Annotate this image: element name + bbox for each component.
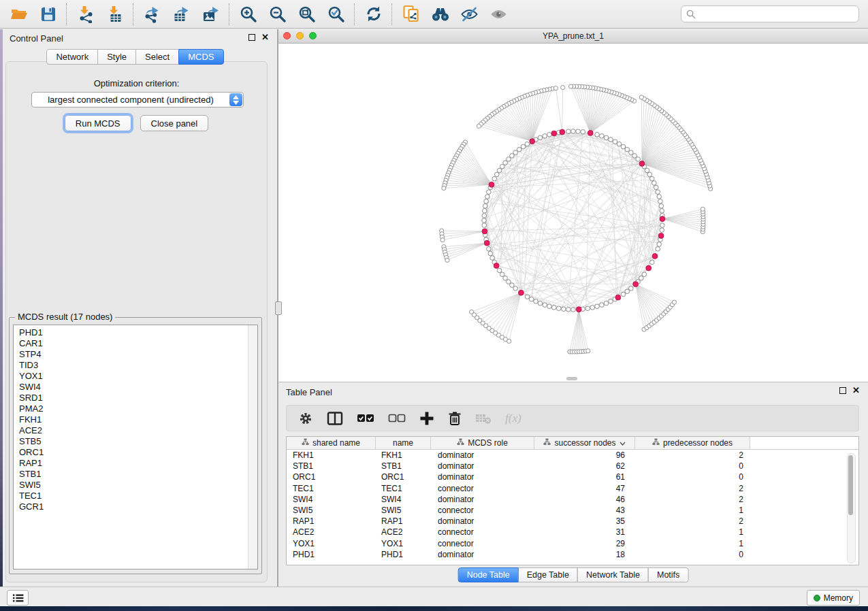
ring-node[interactable]	[482, 223, 487, 228]
tab-motifs[interactable]: Motifs	[648, 567, 688, 582]
close-panel-icon[interactable]: ✕	[261, 34, 269, 41]
ring-node[interactable]	[656, 247, 660, 252]
ring-node[interactable]	[639, 276, 644, 281]
ring-node[interactable]	[507, 157, 511, 162]
column-header-name[interactable]: name	[376, 437, 431, 449]
zoom-out-button[interactable]	[263, 2, 292, 27]
mcds-hub-node[interactable]	[646, 265, 652, 271]
ring-node[interactable]	[503, 161, 508, 165]
ring-node[interactable]	[547, 132, 552, 137]
ring-node[interactable]	[571, 129, 576, 134]
ring-node[interactable]	[613, 139, 617, 144]
mcds-result-list[interactable]: PHD1CAR1STP4TID3YOX1SWI4SRD1PMA2FKH1ACE2…	[13, 325, 258, 569]
ring-node[interactable]	[647, 172, 652, 177]
export-table-button[interactable]	[167, 2, 196, 27]
column-header-successor-nodes[interactable]: successor nodes	[534, 437, 635, 449]
ring-node[interactable]	[483, 204, 487, 209]
ring-node[interactable]	[566, 129, 571, 134]
mcds-result-item[interactable]: SRD1	[14, 393, 257, 403]
mcds-result-item[interactable]: ACE2	[14, 425, 257, 436]
mcds-hub-node[interactable]	[588, 131, 593, 136]
zoom-selected-button[interactable]	[321, 2, 351, 27]
ring-node[interactable]	[534, 299, 539, 304]
column-header-predecessor-nodes[interactable]: predecessor nodes	[635, 437, 750, 449]
ring-node[interactable]	[585, 306, 590, 311]
show-all-button[interactable]	[484, 2, 513, 27]
table-row[interactable]: ORC1ORC1dominator610	[287, 472, 858, 482]
memory-button[interactable]: Memory	[807, 590, 860, 606]
ring-node[interactable]	[525, 142, 530, 146]
ring-node[interactable]	[543, 134, 547, 139]
ring-node[interactable]	[609, 137, 613, 142]
mcds-hub-node[interactable]	[660, 216, 665, 222]
mcds-hub-node[interactable]	[652, 254, 658, 259]
ring-node[interactable]	[654, 185, 658, 190]
mcds-result-item[interactable]: FKH1	[14, 414, 257, 425]
delete-row-button[interactable]	[448, 411, 462, 426]
ring-node[interactable]	[604, 301, 609, 306]
mcds-result-item[interactable]: PMA2	[14, 403, 257, 414]
ring-node[interactable]	[625, 147, 630, 152]
float-panel-icon[interactable]	[248, 34, 255, 41]
ring-node[interactable]	[488, 251, 493, 256]
mcds-result-item[interactable]: ORC1	[14, 447, 257, 458]
mcds-hub-node[interactable]	[530, 139, 535, 144]
ring-node[interactable]	[552, 306, 557, 310]
ring-node[interactable]	[500, 272, 504, 277]
ring-node[interactable]	[562, 307, 566, 312]
leaf-node[interactable]	[586, 349, 590, 353]
column-header-MCDS-role[interactable]: MCDS role	[431, 437, 534, 449]
ring-node[interactable]	[658, 199, 663, 204]
leaf-node[interactable]	[445, 258, 449, 262]
mcds-result-item[interactable]: SWI4	[14, 382, 257, 393]
ring-node[interactable]	[621, 292, 626, 297]
table-row[interactable]: SWI5SWI5connector431	[287, 505, 858, 516]
ring-node[interactable]	[513, 150, 518, 155]
ring-node[interactable]	[657, 242, 662, 247]
table-settings-button[interactable]	[298, 411, 313, 426]
table-float-panel-icon[interactable]	[839, 387, 846, 394]
tab-select[interactable]: Select	[135, 49, 179, 65]
ring-node[interactable]	[617, 142, 622, 146]
ring-node[interactable]	[636, 157, 641, 162]
ring-node[interactable]	[497, 168, 502, 173]
hide-selected-button[interactable]	[455, 2, 484, 27]
table-row[interactable]: TEC1TEC1connector472	[287, 483, 858, 494]
mcds-result-item[interactable]: CAR1	[14, 338, 257, 349]
ring-node[interactable]	[600, 303, 605, 308]
mcds-result-item[interactable]: STB5	[14, 436, 257, 447]
network-hscroll-thumb[interactable]	[566, 377, 577, 380]
tab-mcds[interactable]: MCDS	[178, 49, 223, 65]
ring-node[interactable]	[503, 276, 508, 281]
mcds-result-item[interactable]: GCR1	[14, 501, 257, 512]
ring-node[interactable]	[649, 260, 654, 265]
ring-node[interactable]	[507, 280, 511, 284]
ring-node[interactable]	[571, 308, 576, 312]
mcds-hub-node[interactable]	[633, 282, 639, 287]
task-history-button[interactable]	[7, 590, 29, 606]
open-file-button[interactable]	[4, 2, 33, 27]
mcds-hub-node[interactable]	[482, 229, 487, 234]
tab-network[interactable]: Network	[46, 49, 98, 65]
ring-node[interactable]	[660, 209, 664, 214]
leaf-node[interactable]	[701, 207, 705, 211]
ring-node[interactable]	[652, 181, 657, 186]
ring-node[interactable]	[538, 135, 543, 140]
mcds-hub-node[interactable]	[560, 129, 565, 135]
ring-node[interactable]	[490, 256, 495, 261]
tab-style[interactable]: Style	[97, 49, 136, 65]
ring-node[interactable]	[576, 129, 581, 134]
mcds-result-item[interactable]: STP4	[14, 349, 257, 360]
ring-node[interactable]	[482, 218, 487, 223]
ring-node[interactable]	[660, 228, 664, 233]
ring-node[interactable]	[657, 195, 662, 199]
ring-node[interactable]	[485, 195, 489, 199]
ring-node[interactable]	[595, 304, 600, 309]
mcds-hub-node[interactable]	[658, 233, 664, 239]
ring-node[interactable]	[487, 190, 492, 195]
ring-node[interactable]	[557, 306, 562, 311]
mcds-result-item[interactable]: TID3	[14, 360, 257, 371]
leaf-node[interactable]	[561, 86, 565, 90]
ring-node[interactable]	[538, 301, 543, 306]
leaf-node[interactable]	[507, 339, 511, 343]
